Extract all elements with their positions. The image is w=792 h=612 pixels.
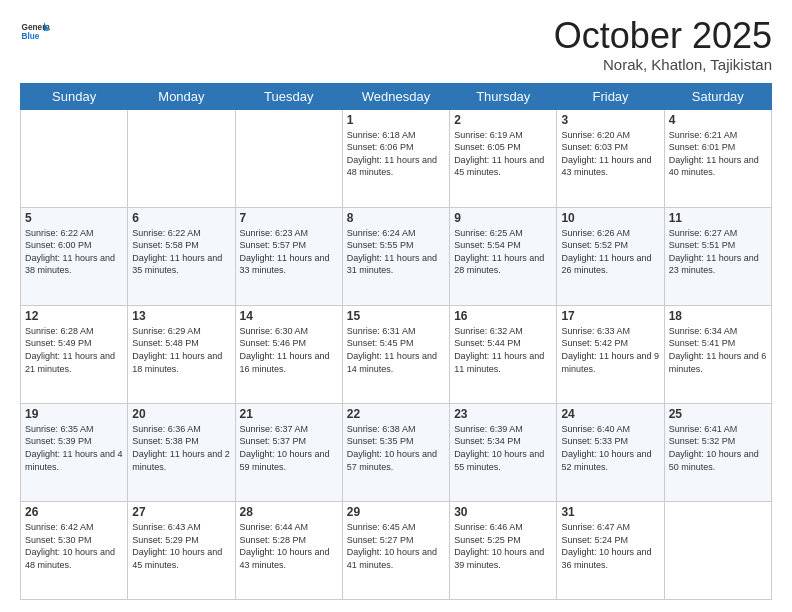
day-info: Sunrise: 6:37 AM Sunset: 5:37 PM Dayligh… bbox=[240, 423, 338, 473]
day-number: 1 bbox=[347, 113, 445, 127]
day-info: Sunrise: 6:30 AM Sunset: 5:46 PM Dayligh… bbox=[240, 325, 338, 375]
table-row: 20Sunrise: 6:36 AM Sunset: 5:38 PM Dayli… bbox=[128, 403, 235, 501]
title-block: October 2025 Norak, Khatlon, Tajikistan bbox=[554, 16, 772, 73]
table-row: 5Sunrise: 6:22 AM Sunset: 6:00 PM Daylig… bbox=[21, 207, 128, 305]
table-row: 25Sunrise: 6:41 AM Sunset: 5:32 PM Dayli… bbox=[664, 403, 771, 501]
day-number: 19 bbox=[25, 407, 123, 421]
day-number: 11 bbox=[669, 211, 767, 225]
day-number: 18 bbox=[669, 309, 767, 323]
day-number: 22 bbox=[347, 407, 445, 421]
day-number: 17 bbox=[561, 309, 659, 323]
table-row: 31Sunrise: 6:47 AM Sunset: 5:24 PM Dayli… bbox=[557, 501, 664, 599]
table-row: 11Sunrise: 6:27 AM Sunset: 5:51 PM Dayli… bbox=[664, 207, 771, 305]
day-info: Sunrise: 6:46 AM Sunset: 5:25 PM Dayligh… bbox=[454, 521, 552, 571]
day-info: Sunrise: 6:42 AM Sunset: 5:30 PM Dayligh… bbox=[25, 521, 123, 571]
day-info: Sunrise: 6:47 AM Sunset: 5:24 PM Dayligh… bbox=[561, 521, 659, 571]
logo-icon: General Blue bbox=[20, 16, 50, 46]
col-wednesday: Wednesday bbox=[342, 83, 449, 109]
table-row: 13Sunrise: 6:29 AM Sunset: 5:48 PM Dayli… bbox=[128, 305, 235, 403]
svg-text:Blue: Blue bbox=[22, 32, 40, 41]
day-number: 30 bbox=[454, 505, 552, 519]
table-row bbox=[128, 109, 235, 207]
table-row: 7Sunrise: 6:23 AM Sunset: 5:57 PM Daylig… bbox=[235, 207, 342, 305]
table-row: 14Sunrise: 6:30 AM Sunset: 5:46 PM Dayli… bbox=[235, 305, 342, 403]
table-row: 16Sunrise: 6:32 AM Sunset: 5:44 PM Dayli… bbox=[450, 305, 557, 403]
month-title: October 2025 bbox=[554, 16, 772, 56]
table-row: 28Sunrise: 6:44 AM Sunset: 5:28 PM Dayli… bbox=[235, 501, 342, 599]
day-info: Sunrise: 6:44 AM Sunset: 5:28 PM Dayligh… bbox=[240, 521, 338, 571]
col-monday: Monday bbox=[128, 83, 235, 109]
table-row: 19Sunrise: 6:35 AM Sunset: 5:39 PM Dayli… bbox=[21, 403, 128, 501]
day-info: Sunrise: 6:19 AM Sunset: 6:05 PM Dayligh… bbox=[454, 129, 552, 179]
table-row bbox=[21, 109, 128, 207]
day-number: 24 bbox=[561, 407, 659, 421]
day-info: Sunrise: 6:34 AM Sunset: 5:41 PM Dayligh… bbox=[669, 325, 767, 375]
day-info: Sunrise: 6:22 AM Sunset: 5:58 PM Dayligh… bbox=[132, 227, 230, 277]
day-info: Sunrise: 6:39 AM Sunset: 5:34 PM Dayligh… bbox=[454, 423, 552, 473]
table-row: 30Sunrise: 6:46 AM Sunset: 5:25 PM Dayli… bbox=[450, 501, 557, 599]
table-row: 6Sunrise: 6:22 AM Sunset: 5:58 PM Daylig… bbox=[128, 207, 235, 305]
table-row: 24Sunrise: 6:40 AM Sunset: 5:33 PM Dayli… bbox=[557, 403, 664, 501]
table-row: 21Sunrise: 6:37 AM Sunset: 5:37 PM Dayli… bbox=[235, 403, 342, 501]
day-info: Sunrise: 6:25 AM Sunset: 5:54 PM Dayligh… bbox=[454, 227, 552, 277]
day-number: 26 bbox=[25, 505, 123, 519]
calendar-header-row: Sunday Monday Tuesday Wednesday Thursday… bbox=[21, 83, 772, 109]
calendar-week-row: 19Sunrise: 6:35 AM Sunset: 5:39 PM Dayli… bbox=[21, 403, 772, 501]
day-number: 4 bbox=[669, 113, 767, 127]
table-row bbox=[235, 109, 342, 207]
day-info: Sunrise: 6:28 AM Sunset: 5:49 PM Dayligh… bbox=[25, 325, 123, 375]
day-info: Sunrise: 6:23 AM Sunset: 5:57 PM Dayligh… bbox=[240, 227, 338, 277]
table-row: 27Sunrise: 6:43 AM Sunset: 5:29 PM Dayli… bbox=[128, 501, 235, 599]
day-number: 20 bbox=[132, 407, 230, 421]
col-saturday: Saturday bbox=[664, 83, 771, 109]
table-row: 18Sunrise: 6:34 AM Sunset: 5:41 PM Dayli… bbox=[664, 305, 771, 403]
col-thursday: Thursday bbox=[450, 83, 557, 109]
table-row: 12Sunrise: 6:28 AM Sunset: 5:49 PM Dayli… bbox=[21, 305, 128, 403]
day-info: Sunrise: 6:31 AM Sunset: 5:45 PM Dayligh… bbox=[347, 325, 445, 375]
table-row bbox=[664, 501, 771, 599]
day-number: 7 bbox=[240, 211, 338, 225]
col-sunday: Sunday bbox=[21, 83, 128, 109]
day-info: Sunrise: 6:40 AM Sunset: 5:33 PM Dayligh… bbox=[561, 423, 659, 473]
table-row: 1Sunrise: 6:18 AM Sunset: 6:06 PM Daylig… bbox=[342, 109, 449, 207]
day-number: 28 bbox=[240, 505, 338, 519]
day-number: 13 bbox=[132, 309, 230, 323]
calendar-week-row: 12Sunrise: 6:28 AM Sunset: 5:49 PM Dayli… bbox=[21, 305, 772, 403]
day-info: Sunrise: 6:22 AM Sunset: 6:00 PM Dayligh… bbox=[25, 227, 123, 277]
day-number: 27 bbox=[132, 505, 230, 519]
calendar-week-row: 5Sunrise: 6:22 AM Sunset: 6:00 PM Daylig… bbox=[21, 207, 772, 305]
calendar-table: Sunday Monday Tuesday Wednesday Thursday… bbox=[20, 83, 772, 600]
day-info: Sunrise: 6:38 AM Sunset: 5:35 PM Dayligh… bbox=[347, 423, 445, 473]
table-row: 9Sunrise: 6:25 AM Sunset: 5:54 PM Daylig… bbox=[450, 207, 557, 305]
day-info: Sunrise: 6:27 AM Sunset: 5:51 PM Dayligh… bbox=[669, 227, 767, 277]
table-row: 15Sunrise: 6:31 AM Sunset: 5:45 PM Dayli… bbox=[342, 305, 449, 403]
day-info: Sunrise: 6:32 AM Sunset: 5:44 PM Dayligh… bbox=[454, 325, 552, 375]
table-row: 10Sunrise: 6:26 AM Sunset: 5:52 PM Dayli… bbox=[557, 207, 664, 305]
day-number: 15 bbox=[347, 309, 445, 323]
day-info: Sunrise: 6:33 AM Sunset: 5:42 PM Dayligh… bbox=[561, 325, 659, 375]
day-number: 2 bbox=[454, 113, 552, 127]
table-row: 4Sunrise: 6:21 AM Sunset: 6:01 PM Daylig… bbox=[664, 109, 771, 207]
table-row: 8Sunrise: 6:24 AM Sunset: 5:55 PM Daylig… bbox=[342, 207, 449, 305]
day-number: 6 bbox=[132, 211, 230, 225]
day-number: 8 bbox=[347, 211, 445, 225]
day-number: 10 bbox=[561, 211, 659, 225]
day-number: 23 bbox=[454, 407, 552, 421]
table-row: 17Sunrise: 6:33 AM Sunset: 5:42 PM Dayli… bbox=[557, 305, 664, 403]
day-info: Sunrise: 6:45 AM Sunset: 5:27 PM Dayligh… bbox=[347, 521, 445, 571]
day-info: Sunrise: 6:20 AM Sunset: 6:03 PM Dayligh… bbox=[561, 129, 659, 179]
day-number: 3 bbox=[561, 113, 659, 127]
page: General Blue October 2025 Norak, Khatlon… bbox=[0, 0, 792, 612]
col-friday: Friday bbox=[557, 83, 664, 109]
day-number: 5 bbox=[25, 211, 123, 225]
day-info: Sunrise: 6:29 AM Sunset: 5:48 PM Dayligh… bbox=[132, 325, 230, 375]
table-row: 26Sunrise: 6:42 AM Sunset: 5:30 PM Dayli… bbox=[21, 501, 128, 599]
day-number: 25 bbox=[669, 407, 767, 421]
day-info: Sunrise: 6:36 AM Sunset: 5:38 PM Dayligh… bbox=[132, 423, 230, 473]
day-info: Sunrise: 6:18 AM Sunset: 6:06 PM Dayligh… bbox=[347, 129, 445, 179]
table-row: 2Sunrise: 6:19 AM Sunset: 6:05 PM Daylig… bbox=[450, 109, 557, 207]
calendar-week-row: 26Sunrise: 6:42 AM Sunset: 5:30 PM Dayli… bbox=[21, 501, 772, 599]
day-info: Sunrise: 6:21 AM Sunset: 6:01 PM Dayligh… bbox=[669, 129, 767, 179]
logo: General Blue bbox=[20, 16, 50, 46]
day-info: Sunrise: 6:35 AM Sunset: 5:39 PM Dayligh… bbox=[25, 423, 123, 473]
